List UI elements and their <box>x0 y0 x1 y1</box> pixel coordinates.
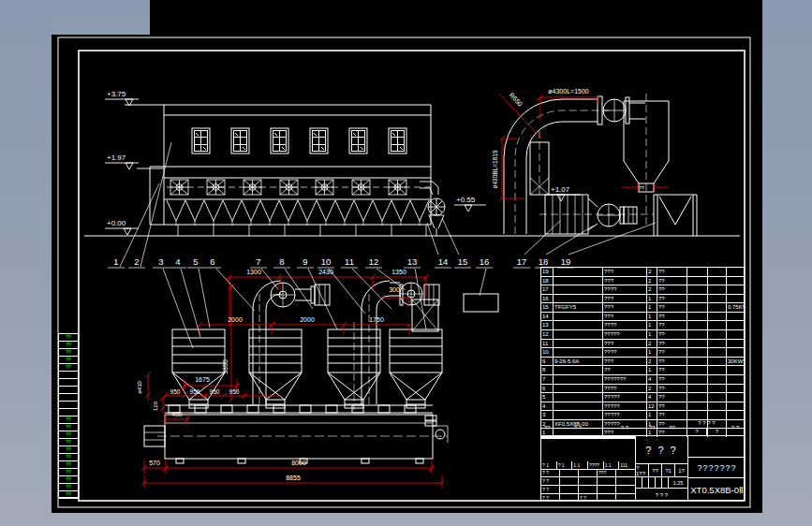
svg-text:ø430BL=1619: ø430BL=1619 <box>492 150 498 188</box>
bom-cell-w2 <box>708 340 727 348</box>
bom-cell-qty: 2 <box>647 277 657 285</box>
margin-strip-row: ?? <box>59 342 78 349</box>
bom-cell-no: 11 <box>541 340 554 348</box>
svg-text:300: 300 <box>389 286 400 293</box>
bom-row: 18???2?? <box>541 276 744 285</box>
margin-strip-row: ?? <box>59 431 78 439</box>
bom-cell-code: 9-26-5.6A <box>554 358 603 366</box>
bom-cell-rem <box>727 330 744 339</box>
bom-cell-w2 <box>708 385 727 393</box>
bom-cell-w1 <box>687 313 708 321</box>
bom-cell-qty: 12 <box>647 402 657 411</box>
cyclone-duct-view <box>504 94 697 236</box>
bom-cell-code <box>554 375 603 384</box>
bom-cell-name: ????? <box>603 402 647 411</box>
svg-text:8: 8 <box>279 256 284 267</box>
bom-cell-no: 3 <box>541 411 554 419</box>
svg-text:15: 15 <box>458 256 468 267</box>
level-mid: +1.97 <box>107 153 126 162</box>
bom-cell-w1 <box>687 321 708 329</box>
svg-text:ø4300L=1500: ø4300L=1500 <box>548 88 589 95</box>
bom-header-qty: ?? <box>647 420 657 435</box>
bom-cell-qty: 2 <box>647 268 657 276</box>
margin-revision-strip: ???????????????????????????????? <box>58 333 79 498</box>
margin-strip-row: ?? <box>59 416 78 424</box>
margin-strip-row <box>59 409 78 416</box>
titleblock-cell: 1? <box>674 464 687 477</box>
bom-cell-qty: 1 <box>647 313 657 321</box>
bom-cell-mat: ?? <box>657 348 687 357</box>
bom-cell-code <box>554 411 603 419</box>
bom-cell-rem: 30KW?? <box>727 358 744 366</box>
svg-text:1350: 1350 <box>391 269 406 275</box>
bom-row: 15TFGFY5???1??0.75KW <box>541 302 744 312</box>
bom-cell-name: ??? <box>603 358 647 366</box>
bom-cell-no: 8 <box>541 366 554 374</box>
svg-text:3350: 3350 <box>222 359 229 374</box>
drawing-title: ??????? <box>687 458 746 478</box>
svg-text:2000: 2000 <box>300 316 315 323</box>
bom-cell-name: ??? <box>603 277 647 285</box>
margin-strip-row <box>59 372 78 379</box>
bom-cell-rem <box>727 393 744 402</box>
bom-cell-w2 <box>708 375 727 384</box>
svg-text:1675: 1675 <box>195 376 210 383</box>
margin-strip-row <box>59 402 78 409</box>
bom-row: 5?????4?? <box>541 392 744 402</box>
bom-cell-w1 <box>687 277 708 285</box>
bom-row: 10????1?? <box>541 347 744 357</box>
bom-cell-qty: 1 <box>647 366 657 374</box>
margin-strip-row: ?? <box>59 454 78 461</box>
level-roof: +3.75 <box>107 90 126 98</box>
bom-cell-rem <box>727 402 744 411</box>
bom-cell-no: 12 <box>541 330 554 339</box>
svg-text:2: 2 <box>134 256 139 267</box>
bom-cell-qty: 1 <box>647 321 657 329</box>
bom-row: 12?????1?? <box>541 329 744 339</box>
bom-cell-qty: 4 <box>647 393 657 402</box>
bom-cell-name: ????? <box>603 393 647 402</box>
bom-cell-code <box>554 277 603 285</box>
bom-cell-rem <box>727 348 744 357</box>
bom-cell-mat: ?? <box>657 385 687 393</box>
level-feeder: +0.55 <box>456 196 476 204</box>
bom-row: 11???2?? <box>541 339 744 348</box>
margin-strip-row: ?? <box>59 334 78 342</box>
bom-cell-no: 18 <box>541 277 554 285</box>
svg-text:14: 14 <box>438 256 449 267</box>
svg-text:18: 18 <box>539 256 549 267</box>
bom-cell-name: ???? <box>603 385 647 393</box>
bom-row: 14???1?? <box>541 312 744 321</box>
bom-cell-code <box>554 366 603 374</box>
bom-cell-w2 <box>708 285 727 294</box>
margin-strip-row: ?? <box>59 364 78 372</box>
margin-strip-row: ?? <box>59 469 78 476</box>
lower-assembly-view <box>144 281 498 463</box>
bom-cell-mat: ?? <box>657 330 687 339</box>
bom-cell-code <box>554 402 603 411</box>
bom-cell-name: ??? <box>603 313 647 321</box>
svg-text:4: 4 <box>175 256 180 267</box>
bom-cell-mat: ?? <box>657 295 687 303</box>
bom-cell-qty: 2 <box>647 340 657 348</box>
bom-cell-w1 <box>687 340 708 348</box>
bom-cell-w1 <box>687 285 708 294</box>
margin-strip-row <box>59 379 78 387</box>
margin-strip-row: ?? <box>59 461 78 469</box>
bom-row: 19???2?? <box>541 268 744 276</box>
bom-cell-name: ?? <box>603 366 647 374</box>
bom-cell-qty: 2 <box>647 285 657 294</box>
bom-cell-code <box>554 268 603 276</box>
bom-cell-w1 <box>687 295 708 303</box>
bom-header-name: ? ? <box>603 420 647 435</box>
bom-header-material: ?? <box>657 420 687 435</box>
bom-cell-no: 14 <box>541 313 554 321</box>
bom-cell-code <box>554 295 603 303</box>
bom-cell-rem: 0.75KW <box>727 303 744 312</box>
bom-cell-w1 <box>687 268 708 276</box>
bom-header-weight: ? ? ? ? ?? <box>687 420 727 435</box>
bom-cell-code <box>554 321 603 329</box>
bom-cell-qty: 4 <box>647 375 657 384</box>
bom-cell-mat: ?? <box>657 358 687 366</box>
svg-text:11: 11 <box>345 256 354 267</box>
